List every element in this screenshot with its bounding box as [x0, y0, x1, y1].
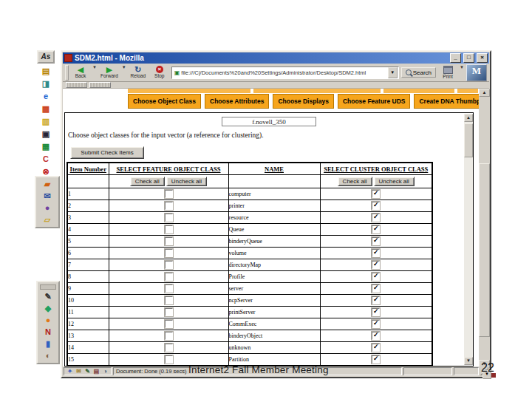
feature-checkbox[interactable]: [165, 332, 173, 340]
folder-icon[interactable]: ▱: [41, 215, 53, 225]
cluster-check-all-button[interactable]: Check all: [338, 177, 372, 186]
feature-checkbox-cell: [109, 342, 228, 354]
feature-checkbox[interactable]: [165, 190, 173, 198]
clock-icon[interactable]: ◐: [42, 351, 54, 361]
personal-toolbar-item[interactable]: [66, 82, 87, 88]
chart-icon[interactable]: ▮: [42, 339, 54, 349]
page-content: Choose Object ClassChoose AttributesChoo…: [63, 89, 479, 368]
history-icon[interactable]: ◑: [102, 368, 109, 375]
netscape-icon[interactable]: N: [42, 327, 54, 337]
feature-checkbox[interactable]: [165, 237, 173, 245]
print-button[interactable]: Print: [438, 66, 457, 79]
firewall-icon[interactable]: ●: [42, 316, 54, 325]
cluster-checkbox[interactable]: [372, 344, 380, 352]
print-dropdown-icon[interactable]: ▼: [460, 65, 464, 69]
spreadsheet-icon[interactable]: ▦: [40, 142, 52, 151]
quicktime-icon[interactable]: ◆: [42, 304, 54, 313]
feature-checkbox[interactable]: [165, 225, 173, 233]
feature-checkbox[interactable]: [165, 261, 173, 269]
submit-check-items-button[interactable]: Submit Check Items: [70, 146, 144, 159]
feature-checkbox[interactable]: [165, 284, 173, 293]
forward-dropdown-icon[interactable]: ▼: [122, 65, 126, 69]
cluster-checkbox[interactable]: [372, 296, 380, 304]
paint-icon[interactable]: ✎: [42, 292, 54, 301]
cluster-checkbox[interactable]: [372, 273, 380, 281]
navigator-icon[interactable]: ✦: [66, 368, 73, 375]
cluster-checkbox[interactable]: [372, 225, 380, 233]
feature-checkbox[interactable]: [165, 296, 173, 304]
notes-icon[interactable]: ▥: [40, 117, 52, 126]
feature-checkbox[interactable]: [165, 344, 173, 352]
globe-icon[interactable]: ●: [41, 203, 53, 213]
feature-checkbox[interactable]: [165, 320, 173, 328]
cluster-checkbox[interactable]: [372, 284, 380, 293]
feature-checkbox[interactable]: [165, 308, 173, 316]
cluster-checkbox[interactable]: [372, 214, 380, 222]
window-scrollbar[interactable]: ▲ ▼: [479, 89, 490, 368]
close-button[interactable]: ×: [477, 53, 488, 63]
tab-feature-uds[interactable]: Choose Feature UDS: [338, 94, 411, 109]
restore-button[interactable]: □: [463, 53, 474, 63]
cluster-checkbox[interactable]: [372, 249, 380, 257]
feature-checkbox[interactable]: [165, 249, 173, 257]
minimize-button[interactable]: _: [450, 53, 461, 63]
mail-icon[interactable]: ✉: [41, 191, 53, 201]
tab-attributes[interactable]: Choose Attributes: [205, 94, 269, 109]
context-input[interactable]: [222, 117, 316, 126]
feature-checkbox[interactable]: [165, 355, 173, 364]
scrollbar-thumb[interactable]: [464, 123, 473, 157]
mail-icon[interactable]: ✉: [75, 368, 82, 375]
image-viewer-icon[interactable]: ◨: [40, 79, 52, 89]
feature-checkbox[interactable]: [165, 202, 173, 210]
url-dropdown-icon[interactable]: ▼: [388, 67, 398, 78]
frame-scrollbar[interactable]: ▲ ▼: [464, 114, 473, 365]
cluster-checkbox-cell: [320, 318, 432, 330]
font-tool-icon[interactable]: As: [37, 50, 55, 64]
table-row: 14 unknown: [67, 342, 432, 354]
feature-checkbox[interactable]: [165, 273, 173, 281]
cluster-checkbox[interactable]: [372, 355, 380, 364]
media-player-icon[interactable]: ▣: [40, 129, 52, 139]
tab-object-class[interactable]: Choose Object Class: [128, 94, 201, 109]
url-input[interactable]: [181, 68, 387, 77]
scrollbar-thumb[interactable]: [479, 163, 490, 337]
cluster-checkbox[interactable]: [372, 190, 380, 198]
personal-toolbar: [63, 82, 489, 89]
feature-uncheck-all-button[interactable]: Uncheck all: [166, 177, 207, 186]
back-button[interactable]: ◀ Back: [71, 66, 90, 78]
cluster-checkbox[interactable]: [372, 237, 380, 245]
name-cell: printer: [228, 200, 320, 212]
table-row: 1 computer: [67, 188, 432, 200]
notebook-icon[interactable]: ▤: [40, 66, 52, 76]
cluster-uncheck-all-button[interactable]: Uncheck all: [374, 177, 415, 186]
composer-icon[interactable]: ✎: [84, 368, 91, 375]
tab-displays[interactable]: Choose Displays: [273, 94, 334, 109]
cluster-checkbox[interactable]: [372, 202, 380, 210]
addressbook-icon[interactable]: ▤: [93, 368, 100, 375]
mozilla-throbber-logo[interactable]: M: [466, 64, 487, 81]
forward-button[interactable]: ▶ Forward: [99, 66, 120, 78]
cluster-checkbox[interactable]: [372, 261, 380, 269]
personal-toolbar-item[interactable]: [89, 82, 111, 88]
internet-explorer-icon[interactable]: e: [40, 92, 52, 101]
powerpoint-icon[interactable]: ▰: [41, 180, 53, 189]
name-cell: Profile: [228, 271, 320, 283]
c-compiler-icon[interactable]: C: [40, 154, 52, 164]
stop-button[interactable]: × Stop: [150, 66, 169, 78]
feature-checkbox[interactable]: [165, 214, 173, 222]
cluster-checkbox[interactable]: [372, 320, 380, 328]
cluster-checkbox[interactable]: [372, 308, 380, 316]
toolbar-grip[interactable]: [65, 65, 69, 81]
reload-icon: ↻: [134, 66, 141, 73]
cluster-checkbox[interactable]: [372, 332, 380, 340]
tab-dna-thumbprint[interactable]: Create DNA Thumbprint: [414, 94, 479, 109]
scroll-up-icon[interactable]: ▲: [464, 114, 473, 122]
scroll-up-icon[interactable]: ▲: [479, 89, 490, 97]
scroll-down-icon[interactable]: ▼: [464, 357, 473, 365]
feature-check-all-button[interactable]: Check all: [130, 177, 165, 186]
winzip-icon[interactable]: ▦: [40, 104, 52, 114]
title-bar[interactable]: SDM2.html - Mozilla _ □ ×: [63, 52, 489, 64]
back-dropdown-icon[interactable]: ▼: [92, 65, 97, 69]
reload-button[interactable]: ↻ Reload: [129, 66, 148, 78]
search-button[interactable]: Search: [401, 67, 436, 78]
